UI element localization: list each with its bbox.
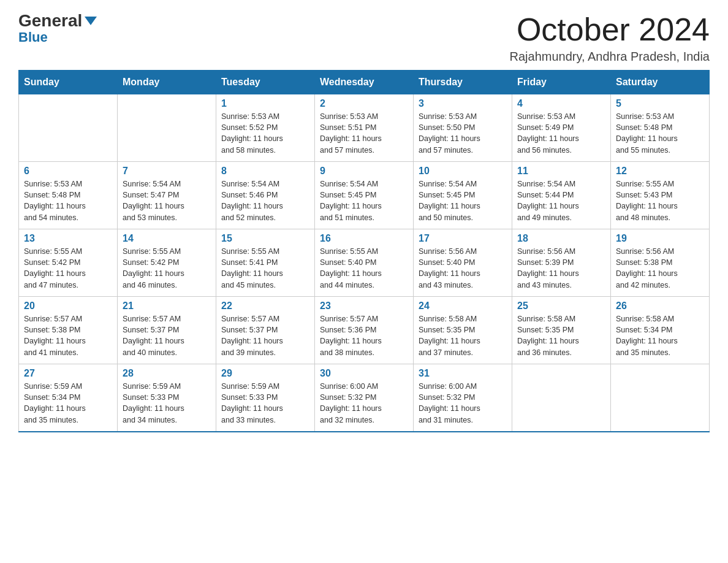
calendar-cell	[19, 94, 118, 162]
day-number: 4	[517, 98, 605, 109]
calendar-week-5: 27Sunrise: 5:59 AM Sunset: 5:34 PM Dayli…	[19, 364, 710, 432]
calendar-week-3: 13Sunrise: 5:55 AM Sunset: 5:42 PM Dayli…	[19, 229, 710, 297]
calendar-cell: 19Sunrise: 5:56 AM Sunset: 5:38 PM Dayli…	[611, 229, 710, 297]
calendar-week-1: 1Sunrise: 5:53 AM Sunset: 5:52 PM Daylig…	[19, 94, 710, 162]
day-number: 26	[616, 301, 704, 312]
day-number: 30	[320, 368, 408, 379]
weekday-header-wednesday: Wednesday	[315, 71, 414, 94]
day-number: 15	[221, 233, 309, 244]
calendar-table: SundayMondayTuesdayWednesdayThursdayFrid…	[18, 70, 710, 432]
calendar-cell: 11Sunrise: 5:54 AM Sunset: 5:44 PM Dayli…	[512, 162, 611, 229]
calendar-cell: 28Sunrise: 5:59 AM Sunset: 5:33 PM Dayli…	[118, 364, 216, 432]
day-number: 6	[24, 166, 112, 177]
day-info: Sunrise: 5:58 AM Sunset: 5:35 PM Dayligh…	[419, 313, 507, 358]
calendar-cell: 5Sunrise: 5:53 AM Sunset: 5:48 PM Daylig…	[611, 94, 710, 162]
day-info: Sunrise: 5:56 AM Sunset: 5:39 PM Dayligh…	[517, 246, 605, 291]
day-number: 11	[517, 166, 605, 177]
logo-triangle-icon	[85, 17, 97, 25]
day-number: 18	[517, 233, 605, 244]
calendar-cell	[512, 364, 611, 432]
calendar-cell: 7Sunrise: 5:54 AM Sunset: 5:47 PM Daylig…	[118, 162, 216, 229]
calendar-cell: 12Sunrise: 5:55 AM Sunset: 5:43 PM Dayli…	[611, 162, 710, 229]
day-info: Sunrise: 5:58 AM Sunset: 5:34 PM Dayligh…	[616, 313, 704, 358]
day-number: 28	[123, 368, 211, 379]
day-info: Sunrise: 5:55 AM Sunset: 5:42 PM Dayligh…	[123, 246, 211, 291]
day-info: Sunrise: 5:54 AM Sunset: 5:45 PM Dayligh…	[419, 178, 507, 223]
calendar-cell: 20Sunrise: 5:57 AM Sunset: 5:38 PM Dayli…	[19, 297, 118, 364]
day-info: Sunrise: 5:59 AM Sunset: 5:34 PM Dayligh…	[24, 381, 112, 426]
logo-general-text: General	[18, 12, 82, 29]
calendar-cell: 15Sunrise: 5:55 AM Sunset: 5:41 PM Dayli…	[216, 229, 315, 297]
day-info: Sunrise: 5:54 AM Sunset: 5:46 PM Dayligh…	[221, 178, 309, 223]
day-number: 10	[419, 166, 507, 177]
month-title: October 2024	[510, 12, 710, 47]
day-number: 31	[419, 368, 507, 379]
calendar-cell: 27Sunrise: 5:59 AM Sunset: 5:34 PM Dayli…	[19, 364, 118, 432]
logo-blue-text: Blue	[18, 31, 48, 44]
day-number: 23	[320, 301, 408, 312]
day-info: Sunrise: 5:53 AM Sunset: 5:49 PM Dayligh…	[517, 111, 605, 156]
calendar-header: SundayMondayTuesdayWednesdayThursdayFrid…	[19, 71, 710, 94]
day-number: 12	[616, 166, 704, 177]
weekday-header-row: SundayMondayTuesdayWednesdayThursdayFrid…	[19, 71, 710, 94]
location-title: Rajahmundry, Andhra Pradesh, India	[510, 50, 710, 64]
calendar-cell: 26Sunrise: 5:58 AM Sunset: 5:34 PM Dayli…	[611, 297, 710, 364]
day-info: Sunrise: 5:59 AM Sunset: 5:33 PM Dayligh…	[221, 381, 309, 426]
calendar-cell: 10Sunrise: 5:54 AM Sunset: 5:45 PM Dayli…	[414, 162, 512, 229]
calendar-cell: 3Sunrise: 5:53 AM Sunset: 5:50 PM Daylig…	[414, 94, 512, 162]
day-number: 5	[616, 98, 704, 109]
day-info: Sunrise: 5:55 AM Sunset: 5:43 PM Dayligh…	[616, 178, 704, 223]
day-number: 25	[517, 301, 605, 312]
day-info: Sunrise: 5:55 AM Sunset: 5:41 PM Dayligh…	[221, 246, 309, 291]
day-number: 1	[221, 98, 309, 109]
calendar-cell: 4Sunrise: 5:53 AM Sunset: 5:49 PM Daylig…	[512, 94, 611, 162]
day-info: Sunrise: 5:53 AM Sunset: 5:48 PM Dayligh…	[24, 178, 112, 223]
calendar-cell: 13Sunrise: 5:55 AM Sunset: 5:42 PM Dayli…	[19, 229, 118, 297]
day-info: Sunrise: 5:59 AM Sunset: 5:33 PM Dayligh…	[123, 381, 211, 426]
day-number: 22	[221, 301, 309, 312]
calendar-cell: 6Sunrise: 5:53 AM Sunset: 5:48 PM Daylig…	[19, 162, 118, 229]
calendar-cell: 8Sunrise: 5:54 AM Sunset: 5:46 PM Daylig…	[216, 162, 315, 229]
calendar-cell: 21Sunrise: 5:57 AM Sunset: 5:37 PM Dayli…	[118, 297, 216, 364]
day-number: 16	[320, 233, 408, 244]
title-block: October 2024 Rajahmundry, Andhra Pradesh…	[510, 12, 710, 64]
day-number: 27	[24, 368, 112, 379]
calendar-week-4: 20Sunrise: 5:57 AM Sunset: 5:38 PM Dayli…	[19, 297, 710, 364]
day-info: Sunrise: 5:57 AM Sunset: 5:38 PM Dayligh…	[24, 313, 112, 358]
day-info: Sunrise: 5:53 AM Sunset: 5:52 PM Dayligh…	[221, 111, 309, 156]
calendar-cell: 30Sunrise: 6:00 AM Sunset: 5:32 PM Dayli…	[315, 364, 414, 432]
calendar-cell: 16Sunrise: 5:55 AM Sunset: 5:40 PM Dayli…	[315, 229, 414, 297]
day-number: 29	[221, 368, 309, 379]
day-info: Sunrise: 5:55 AM Sunset: 5:40 PM Dayligh…	[320, 246, 408, 291]
calendar-cell: 25Sunrise: 5:58 AM Sunset: 5:35 PM Dayli…	[512, 297, 611, 364]
day-info: Sunrise: 5:53 AM Sunset: 5:51 PM Dayligh…	[320, 111, 408, 156]
calendar-cell: 24Sunrise: 5:58 AM Sunset: 5:35 PM Dayli…	[414, 297, 512, 364]
day-number: 2	[320, 98, 408, 109]
calendar-cell: 31Sunrise: 6:00 AM Sunset: 5:32 PM Dayli…	[414, 364, 512, 432]
day-number: 14	[123, 233, 211, 244]
day-number: 24	[419, 301, 507, 312]
calendar-cell: 23Sunrise: 5:57 AM Sunset: 5:36 PM Dayli…	[315, 297, 414, 364]
day-info: Sunrise: 5:53 AM Sunset: 5:48 PM Dayligh…	[616, 111, 704, 156]
page-header: General Blue October 2024 Rajahmundry, A…	[18, 12, 710, 64]
day-number: 19	[616, 233, 704, 244]
weekday-header-saturday: Saturday	[611, 71, 710, 94]
calendar-week-2: 6Sunrise: 5:53 AM Sunset: 5:48 PM Daylig…	[19, 162, 710, 229]
calendar-cell	[611, 364, 710, 432]
day-number: 20	[24, 301, 112, 312]
calendar-cell: 1Sunrise: 5:53 AM Sunset: 5:52 PM Daylig…	[216, 94, 315, 162]
day-info: Sunrise: 6:00 AM Sunset: 5:32 PM Dayligh…	[419, 381, 507, 426]
weekday-header-sunday: Sunday	[19, 71, 118, 94]
day-info: Sunrise: 6:00 AM Sunset: 5:32 PM Dayligh…	[320, 381, 408, 426]
weekday-header-thursday: Thursday	[414, 71, 512, 94]
weekday-header-tuesday: Tuesday	[216, 71, 315, 94]
day-info: Sunrise: 5:54 AM Sunset: 5:44 PM Dayligh…	[517, 178, 605, 223]
day-info: Sunrise: 5:54 AM Sunset: 5:45 PM Dayligh…	[320, 178, 408, 223]
day-number: 9	[320, 166, 408, 177]
calendar-cell	[118, 94, 216, 162]
day-number: 7	[123, 166, 211, 177]
day-number: 8	[221, 166, 309, 177]
day-info: Sunrise: 5:55 AM Sunset: 5:42 PM Dayligh…	[24, 246, 112, 291]
day-number: 21	[123, 301, 211, 312]
day-info: Sunrise: 5:57 AM Sunset: 5:37 PM Dayligh…	[221, 313, 309, 358]
